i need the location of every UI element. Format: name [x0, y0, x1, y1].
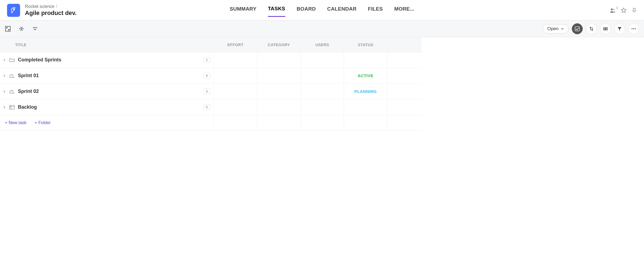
cell-effort[interactable] [214, 68, 257, 84]
row-count: 3 [203, 89, 210, 94]
column-header-title[interactable]: TITLE [0, 37, 214, 52]
cell-effort[interactable] [214, 84, 257, 99]
cell-status[interactable]: PLANNING [344, 84, 387, 99]
svg-rect-5 [5, 26, 10, 31]
columns-button[interactable] [600, 23, 611, 34]
cell-extra [387, 99, 422, 115]
list-icon [9, 105, 15, 109]
breadcrumb[interactable]: Rocket science / [25, 4, 76, 9]
sprint-icon [9, 74, 15, 78]
cell-status [344, 115, 387, 130]
sort-button[interactable] [586, 23, 597, 34]
toggle-completed-button[interactable] [572, 23, 583, 34]
more-icon [631, 28, 636, 30]
column-header-status[interactable]: STATUS [344, 37, 387, 52]
tab-board[interactable]: BOARD [297, 4, 316, 16]
collapse-icon [19, 26, 24, 32]
row-count: 2 [203, 57, 210, 63]
cell-users[interactable] [301, 68, 344, 84]
favorite-button[interactable] [621, 7, 627, 13]
page-title: Agile product dev. [25, 10, 76, 17]
status-filter-label: Open [547, 26, 559, 32]
cell-users [301, 115, 344, 130]
cell-users[interactable] [301, 84, 344, 99]
chevron-right-icon [3, 58, 5, 62]
project-icon[interactable] [7, 4, 20, 17]
cell-users[interactable] [301, 52, 344, 68]
expand-icon [32, 26, 38, 32]
row-count: 5 [203, 104, 210, 110]
tab-files[interactable]: FILES [368, 4, 383, 16]
cell-users[interactable] [301, 99, 344, 115]
status-badge: ACTIVE [358, 73, 373, 78]
expand-toggle[interactable] [3, 58, 6, 62]
people-icon [610, 8, 616, 13]
chevron-right-icon [3, 74, 5, 77]
svg-rect-8 [575, 27, 579, 31]
cell-category [257, 115, 301, 130]
svg-point-17 [635, 28, 636, 29]
tab-more[interactable]: MORE... [394, 4, 414, 16]
star-icon [621, 7, 627, 13]
column-header-extra [387, 37, 422, 52]
row-label: Backlog [18, 104, 37, 110]
svg-rect-20 [9, 105, 14, 109]
cell-effort[interactable] [214, 52, 257, 68]
collaborator-count: 1 [616, 6, 618, 10]
svg-marker-14 [618, 27, 621, 31]
column-header-users[interactable]: USERS [301, 37, 344, 52]
tab-summary[interactable]: SUMMARY [230, 4, 257, 16]
cell-category[interactable] [257, 52, 301, 68]
nav-tabs: SUMMARY TASKS BOARD CALENDAR FILES MORE.… [230, 4, 415, 17]
breadcrumb-separator: / [56, 4, 57, 9]
row-label: Completed Sprints [18, 57, 61, 63]
fullscreen-button[interactable] [5, 26, 11, 32]
cell-effort [214, 115, 257, 130]
sprint-icon [9, 89, 15, 94]
expand-toggle[interactable] [3, 90, 6, 93]
cell-category[interactable] [257, 84, 301, 99]
more-button[interactable] [628, 23, 639, 34]
status-badge: PLANNING [354, 89, 377, 94]
svg-point-15 [632, 28, 633, 29]
svg-rect-13 [607, 27, 607, 30]
cell-extra [387, 52, 422, 68]
funnel-icon [617, 26, 622, 31]
cell-extra [387, 68, 422, 84]
expand-toggle[interactable] [3, 106, 6, 109]
svg-point-2 [613, 9, 614, 10]
cell-category[interactable] [257, 68, 301, 84]
column-header-category[interactable]: CATEGORY [257, 37, 301, 52]
check-icon [575, 26, 580, 31]
collapse-button[interactable] [18, 26, 24, 32]
cell-extra [387, 84, 422, 99]
new-task-button[interactable]: + New task [5, 120, 27, 125]
breadcrumb-parent[interactable]: Rocket science [25, 4, 55, 9]
cell-status[interactable] [344, 99, 387, 115]
collaborators-button[interactable]: 1 [610, 8, 616, 13]
expand-button[interactable] [32, 26, 38, 32]
filter-button[interactable] [614, 23, 625, 34]
status-filter-dropdown[interactable]: Open [543, 24, 569, 33]
svg-point-1 [611, 8, 613, 10]
pin-button[interactable] [632, 7, 637, 13]
column-header-effort[interactable]: EFFORT [214, 37, 257, 52]
cell-effort[interactable] [214, 99, 257, 115]
cell-status[interactable]: ACTIVE [344, 68, 387, 84]
chevron-right-icon [3, 90, 5, 93]
new-folder-button[interactable]: + Folder [35, 120, 51, 125]
cell-category[interactable] [257, 99, 301, 115]
pin-icon [632, 7, 637, 13]
row-label: Sprint 02 [18, 89, 39, 94]
tab-tasks[interactable]: TASKS [268, 4, 285, 17]
svg-point-16 [633, 28, 634, 29]
folder-icon [9, 58, 15, 62]
cell-status[interactable] [344, 52, 387, 68]
fullscreen-icon [5, 26, 11, 32]
row-count: 6 [203, 73, 210, 78]
chevron-right-icon [3, 106, 5, 109]
expand-toggle[interactable] [3, 74, 6, 77]
tab-calendar[interactable]: CALENDAR [327, 4, 356, 16]
svg-rect-12 [605, 27, 606, 30]
svg-point-0 [13, 9, 14, 10]
